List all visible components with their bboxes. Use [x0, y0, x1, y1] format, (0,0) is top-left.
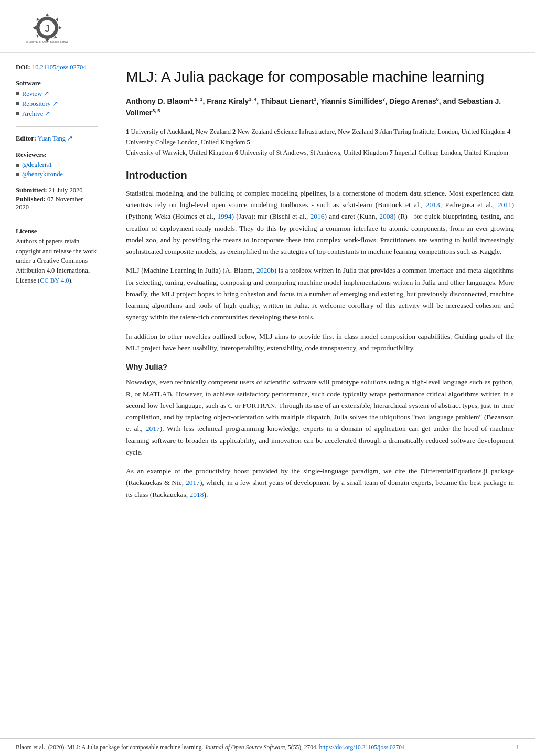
affiliation-1: 1 University of Auckland, New Zealand: [126, 128, 231, 135]
footer-doi-link[interactable]: https://doi.org/10.21105/joss.02704: [319, 744, 405, 750]
dates-section: Submitted: 21 July 2020 Published: 07 No…: [16, 187, 98, 211]
svg-marker-5: [37, 34, 39, 38]
why-julia-paragraph-2: As an example of the productivity boost …: [126, 466, 514, 501]
software-section: Software Review ↗ Repository ↗ Archive ↗: [16, 80, 98, 118]
license-section: License Authors of papers retain copyrig…: [16, 226, 98, 286]
journal-logo: J The Journal of Open Source Software: [16, 9, 79, 46]
ref-1994[interactable]: 1994: [218, 212, 232, 220]
ref-2018[interactable]: 2018: [189, 491, 204, 499]
review-link[interactable]: Review ↗: [22, 90, 49, 98]
svg-marker-1: [56, 17, 58, 21]
main-content: MLJ: A Julia package for composable mach…: [110, 53, 535, 738]
page-footer: Blaom et al., (2020). MLJ: A Julia packa…: [0, 738, 535, 756]
page-number: 1: [516, 743, 519, 751]
list-item: Repository ↗: [16, 100, 98, 108]
svg-text:The Journal of Open Source Sof: The Journal of Open Source Software: [26, 40, 68, 44]
license-link[interactable]: CC BY 4.0: [40, 277, 69, 284]
bullet-icon: [16, 92, 19, 95]
page-header: J The Journal of Open Source Software: [0, 0, 535, 53]
submitted-date: Submitted: 21 July 2020: [16, 187, 98, 195]
affiliation-5: 5: [247, 138, 250, 146]
reviewer-2-link[interactable]: @henrykironde: [22, 170, 63, 178]
reviewers-section: Reviewers: @degleris1 @henrykironde: [16, 151, 98, 178]
svg-text:J: J: [45, 23, 50, 34]
intro-paragraph-1: Statistical modeling, and the building o…: [126, 188, 514, 258]
doi-link[interactable]: 10.21105/joss.02704: [32, 63, 87, 71]
footer-citation: Blaom et al., (2020). MLJ: A Julia packa…: [16, 743, 405, 752]
software-links-list: Review ↗ Repository ↗ Archive ↗: [16, 90, 98, 118]
list-item: @degleris1: [16, 161, 98, 169]
why-julia-paragraph-1: Nowadays, even technically competent use…: [126, 376, 514, 458]
joss-logo-svg: J The Journal of Open Source Software: [26, 9, 68, 46]
ref-2017b[interactable]: 2017: [186, 479, 200, 487]
svg-marker-2: [59, 26, 62, 29]
main-layout: DOI: 10.21105/joss.02704 Software Review…: [0, 53, 535, 738]
list-item: Archive ↗: [16, 110, 98, 118]
doi-section: DOI: 10.21105/joss.02704: [16, 63, 98, 71]
software-label: Software: [16, 80, 98, 88]
bullet-icon: [16, 102, 19, 105]
affiliations-block: 1 University of Auckland, New Zealand 2 …: [126, 126, 514, 158]
svg-marker-3: [54, 36, 57, 38]
reviewer-1-link[interactable]: @degleris1: [22, 161, 52, 169]
sidebar-divider-2: [16, 219, 98, 219]
ref-2020b[interactable]: 2020b: [256, 266, 274, 274]
sidebar-divider-1: [16, 126, 98, 127]
svg-marker-0: [45, 13, 49, 16]
affiliation-7: 7 Imperial College London, United Kingdo…: [390, 149, 508, 156]
ref-2016[interactable]: 2016: [311, 212, 325, 220]
reviewers-list: @degleris1 @henrykironde: [16, 161, 98, 178]
bullet-icon: [16, 112, 19, 115]
list-item: @henrykironde: [16, 170, 98, 178]
ref-2011[interactable]: 2011: [498, 201, 512, 209]
ref-2008[interactable]: 2008: [379, 212, 393, 220]
sidebar: DOI: 10.21105/joss.02704 Software Review…: [0, 53, 110, 738]
bullet-icon: [16, 173, 19, 176]
affiliation-3: 3 Alan Turing Institute, London, United …: [374, 128, 505, 135]
list-item: Review ↗: [16, 90, 98, 98]
affiliation-5b: University of Warwick, United Kingdom: [126, 149, 233, 156]
archive-link[interactable]: Archive ↗: [22, 110, 50, 118]
published-date: Published: 07 November 2020: [16, 196, 98, 211]
reviewers-label: Reviewers:: [16, 151, 98, 159]
intro-section-title: Introduction: [126, 169, 514, 181]
license-label: License: [16, 226, 98, 236]
affiliation-2: 2 New Zealand eScience Infrastructure, N…: [232, 128, 373, 135]
affiliation-6: 6 University of St Andrews, St Andrews, …: [235, 149, 388, 156]
article-title: MLJ: A Julia package for composable mach…: [126, 68, 514, 86]
editor-label: Editor:: [16, 135, 36, 142]
repository-link[interactable]: Repository ↗: [22, 100, 58, 108]
svg-marker-6: [33, 26, 36, 29]
ref-2017[interactable]: 2017: [146, 425, 160, 433]
intro-paragraph-2: MLJ (Machine Learning in Julia) (A. Blao…: [126, 265, 514, 323]
editor-section: Editor: Yuan Tang ↗: [16, 134, 98, 143]
why-julia-section-title: Why Julia?: [126, 362, 514, 371]
intro-paragraph-3: In addition to other novelties outlined …: [126, 331, 514, 354]
license-text: Authors of papers retain copyright and r…: [16, 236, 98, 286]
bullet-icon: [16, 164, 19, 167]
authors-block: Anthony D. Blaom1, 2, 3, Franz Kiraly3, …: [126, 95, 514, 119]
ref-2013[interactable]: 2013: [426, 201, 440, 209]
doi-label: DOI:: [16, 63, 30, 71]
editor-link[interactable]: Yuan Tang ↗: [38, 135, 73, 142]
